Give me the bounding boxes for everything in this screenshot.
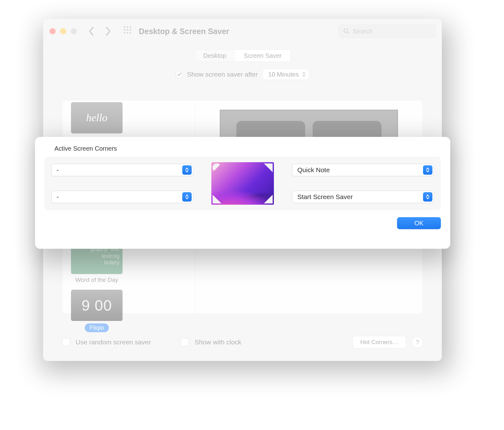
corner-top-left-select[interactable]: - [51,164,193,176]
corner-bottom-left-value: - [57,193,59,201]
corner-indicator-bl [213,195,221,203]
sheet-title: Active Screen Corners [54,145,441,152]
corner-indicator-br [264,195,273,203]
corner-top-right-select[interactable]: Quick Note [292,164,434,176]
corner-bottom-right-value: Start Screen Saver [297,193,353,201]
updown-icon [182,165,192,175]
corner-top-left-value: - [57,166,59,174]
screen-corners-preview [211,162,274,205]
updown-icon [182,192,192,202]
updown-icon [423,165,432,175]
corner-top-right-value: Quick Note [297,166,330,174]
ok-button[interactable]: OK [397,217,441,229]
corner-bottom-right-select[interactable]: Start Screen Saver [292,191,434,203]
corner-indicator-tr [264,163,273,172]
hot-corners-sheet: Active Screen Corners - - [35,137,450,249]
updown-icon [423,192,432,202]
corners-panel: - - Quick Note [44,157,441,210]
corner-indicator-tl [213,163,221,172]
corner-bottom-left-select[interactable]: - [51,191,193,203]
